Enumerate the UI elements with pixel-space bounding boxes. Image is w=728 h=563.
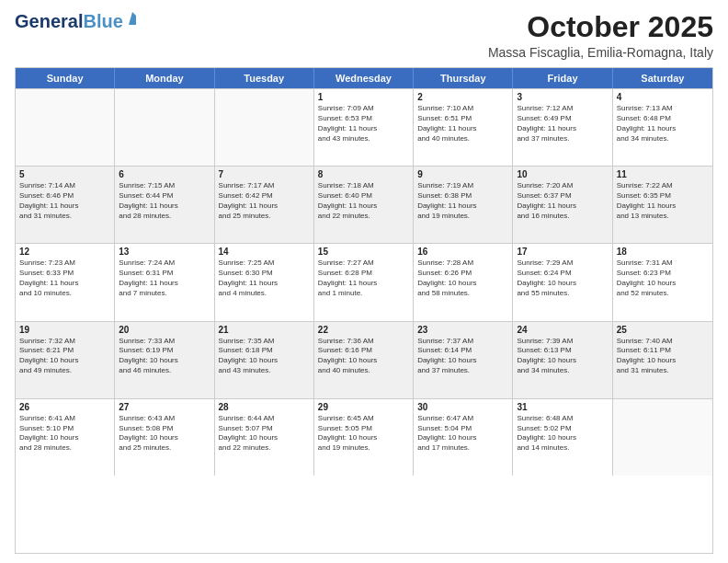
- day-info: Sunrise: 7:31 AM Sunset: 6:23 PM Dayligh…: [617, 259, 709, 298]
- calendar-body: 1Sunrise: 7:09 AM Sunset: 6:53 PM Daylig…: [16, 88, 712, 553]
- day-number: 17: [517, 247, 608, 257]
- day-info: Sunrise: 7:27 AM Sunset: 6:28 PM Dayligh…: [318, 259, 409, 298]
- calendar-cell-w4d5: 31Sunrise: 6:48 AM Sunset: 5:02 PM Dayli…: [513, 399, 612, 476]
- calendar-cell-w0d6: 4Sunrise: 7:13 AM Sunset: 6:48 PM Daylig…: [613, 89, 712, 166]
- day-number: 5: [19, 169, 110, 179]
- day-info: Sunrise: 7:22 AM Sunset: 6:35 PM Dayligh…: [617, 181, 709, 221]
- day-number: 20: [119, 325, 210, 335]
- day-info: Sunrise: 7:35 AM Sunset: 6:18 PM Dayligh…: [219, 337, 310, 376]
- day-info: Sunrise: 6:47 AM Sunset: 5:04 PM Dayligh…: [417, 414, 508, 454]
- day-number: 7: [219, 169, 310, 179]
- header-tuesday: Tuesday: [215, 68, 314, 88]
- calendar-cell-w0d4: 2Sunrise: 7:10 AM Sunset: 6:51 PM Daylig…: [414, 89, 513, 166]
- day-number: 27: [119, 402, 210, 412]
- day-number: 16: [417, 247, 508, 257]
- day-number: 3: [517, 92, 608, 102]
- calendar-cell-w1d3: 8Sunrise: 7:18 AM Sunset: 6:40 PM Daylig…: [314, 167, 414, 243]
- day-number: 4: [617, 92, 709, 102]
- svg-marker-0: [129, 12, 136, 25]
- calendar-week-4: 26Sunrise: 6:41 AM Sunset: 5:10 PM Dayli…: [16, 398, 712, 476]
- calendar-cell-w3d6: 25Sunrise: 7:40 AM Sunset: 6:11 PM Dayli…: [613, 322, 712, 398]
- calendar-cell-w3d5: 24Sunrise: 7:39 AM Sunset: 6:13 PM Dayli…: [513, 322, 612, 398]
- day-info: Sunrise: 6:45 AM Sunset: 5:05 PM Dayligh…: [318, 414, 409, 454]
- day-number: 10: [517, 169, 608, 179]
- day-info: Sunrise: 7:28 AM Sunset: 6:26 PM Dayligh…: [417, 259, 508, 298]
- header: GeneralBlue October 2025 Massa Fiscaglia…: [15, 11, 713, 60]
- calendar-cell-w2d2: 14Sunrise: 7:25 AM Sunset: 6:30 PM Dayli…: [215, 244, 314, 320]
- calendar-cell-w0d0: [16, 89, 115, 166]
- day-info: Sunrise: 7:29 AM Sunset: 6:24 PM Dayligh…: [517, 259, 608, 298]
- calendar-cell-w4d4: 30Sunrise: 6:47 AM Sunset: 5:04 PM Dayli…: [414, 399, 513, 476]
- calendar-cell-w3d3: 22Sunrise: 7:36 AM Sunset: 6:16 PM Dayli…: [314, 322, 414, 398]
- day-number: 12: [19, 247, 110, 257]
- logo-text: GeneralBlue: [15, 11, 123, 31]
- calendar-week-2: 12Sunrise: 7:23 AM Sunset: 6:33 PM Dayli…: [16, 243, 712, 320]
- calendar-cell-w0d5: 3Sunrise: 7:12 AM Sunset: 6:49 PM Daylig…: [513, 89, 612, 166]
- calendar-cell-w0d1: [115, 89, 214, 166]
- header-wednesday: Wednesday: [314, 68, 414, 88]
- day-info: Sunrise: 6:43 AM Sunset: 5:08 PM Dayligh…: [119, 414, 210, 454]
- calendar-cell-w1d4: 9Sunrise: 7:19 AM Sunset: 6:38 PM Daylig…: [414, 167, 513, 243]
- calendar-cell-w3d0: 19Sunrise: 7:32 AM Sunset: 6:21 PM Dayli…: [16, 322, 115, 398]
- day-number: 25: [617, 325, 709, 335]
- calendar-cell-w2d5: 17Sunrise: 7:29 AM Sunset: 6:24 PM Dayli…: [513, 244, 612, 320]
- day-number: 1: [318, 92, 409, 102]
- day-info: Sunrise: 7:13 AM Sunset: 6:48 PM Dayligh…: [617, 104, 709, 144]
- day-info: Sunrise: 7:20 AM Sunset: 6:37 PM Dayligh…: [517, 181, 608, 221]
- day-number: 26: [19, 402, 110, 412]
- day-info: Sunrise: 7:33 AM Sunset: 6:19 PM Dayligh…: [119, 337, 210, 376]
- calendar-cell-w3d2: 21Sunrise: 7:35 AM Sunset: 6:18 PM Dayli…: [215, 322, 314, 398]
- day-info: Sunrise: 7:12 AM Sunset: 6:49 PM Dayligh…: [517, 104, 608, 144]
- calendar-cell-w2d1: 13Sunrise: 7:24 AM Sunset: 6:31 PM Dayli…: [115, 244, 214, 320]
- calendar-cell-w2d0: 12Sunrise: 7:23 AM Sunset: 6:33 PM Dayli…: [16, 244, 115, 320]
- logo-blue-text: Blue: [83, 11, 122, 31]
- day-info: Sunrise: 7:24 AM Sunset: 6:31 PM Dayligh…: [119, 259, 210, 298]
- calendar: Sunday Monday Tuesday Wednesday Thursday…: [15, 67, 713, 554]
- calendar-cell-w4d0: 26Sunrise: 6:41 AM Sunset: 5:10 PM Dayli…: [16, 399, 115, 476]
- day-number: 9: [417, 169, 508, 179]
- calendar-cell-w1d0: 5Sunrise: 7:14 AM Sunset: 6:46 PM Daylig…: [16, 167, 115, 243]
- calendar-cell-w4d1: 27Sunrise: 6:43 AM Sunset: 5:08 PM Dayli…: [115, 399, 214, 476]
- calendar-week-1: 5Sunrise: 7:14 AM Sunset: 6:46 PM Daylig…: [16, 166, 712, 243]
- calendar-week-0: 1Sunrise: 7:09 AM Sunset: 6:53 PM Daylig…: [16, 88, 712, 166]
- calendar-cell-w1d6: 11Sunrise: 7:22 AM Sunset: 6:35 PM Dayli…: [613, 167, 712, 243]
- calendar-week-3: 19Sunrise: 7:32 AM Sunset: 6:21 PM Dayli…: [16, 321, 712, 398]
- calendar-cell-w2d4: 16Sunrise: 7:28 AM Sunset: 6:26 PM Dayli…: [414, 244, 513, 320]
- header-thursday: Thursday: [414, 68, 513, 88]
- day-number: 28: [219, 402, 310, 412]
- location-title: Massa Fiscaglia, Emilia-Romagna, Italy: [488, 45, 713, 60]
- header-saturday: Saturday: [613, 68, 712, 88]
- day-number: 15: [318, 247, 409, 257]
- logo-general: General: [15, 11, 83, 31]
- calendar-cell-w3d1: 20Sunrise: 7:33 AM Sunset: 6:19 PM Dayli…: [115, 322, 214, 398]
- header-monday: Monday: [115, 68, 214, 88]
- calendar-cell-w1d2: 7Sunrise: 7:17 AM Sunset: 6:42 PM Daylig…: [215, 167, 314, 243]
- day-info: Sunrise: 7:09 AM Sunset: 6:53 PM Dayligh…: [318, 104, 409, 144]
- title-block: October 2025 Massa Fiscaglia, Emilia-Rom…: [488, 11, 713, 60]
- day-info: Sunrise: 7:15 AM Sunset: 6:44 PM Dayligh…: [119, 181, 210, 221]
- day-number: 2: [417, 92, 508, 102]
- calendar-cell-w3d4: 23Sunrise: 7:37 AM Sunset: 6:14 PM Dayli…: [414, 322, 513, 398]
- day-number: 13: [119, 247, 210, 257]
- logo: GeneralBlue: [15, 11, 140, 31]
- day-info: Sunrise: 7:14 AM Sunset: 6:46 PM Dayligh…: [19, 181, 110, 221]
- calendar-cell-w4d3: 29Sunrise: 6:45 AM Sunset: 5:05 PM Dayli…: [314, 399, 414, 476]
- day-info: Sunrise: 7:23 AM Sunset: 6:33 PM Dayligh…: [19, 259, 110, 298]
- month-title: October 2025: [488, 11, 713, 43]
- logo-icon: [125, 12, 140, 27]
- day-number: 11: [617, 169, 709, 179]
- day-info: Sunrise: 7:40 AM Sunset: 6:11 PM Dayligh…: [617, 337, 709, 376]
- day-info: Sunrise: 6:48 AM Sunset: 5:02 PM Dayligh…: [517, 414, 608, 454]
- calendar-cell-w2d3: 15Sunrise: 7:27 AM Sunset: 6:28 PM Dayli…: [314, 244, 414, 320]
- day-number: 6: [119, 169, 210, 179]
- day-number: 23: [417, 325, 508, 335]
- calendar-cell-w0d2: [215, 89, 314, 166]
- calendar-cell-w0d3: 1Sunrise: 7:09 AM Sunset: 6:53 PM Daylig…: [314, 89, 414, 166]
- header-sunday: Sunday: [16, 68, 115, 88]
- calendar-cell-w1d5: 10Sunrise: 7:20 AM Sunset: 6:37 PM Dayli…: [513, 167, 612, 243]
- day-info: Sunrise: 6:41 AM Sunset: 5:10 PM Dayligh…: [19, 414, 110, 454]
- calendar-cell-w4d6: [613, 399, 712, 476]
- calendar-header: Sunday Monday Tuesday Wednesday Thursday…: [16, 68, 712, 88]
- day-number: 21: [219, 325, 310, 335]
- day-number: 8: [318, 169, 409, 179]
